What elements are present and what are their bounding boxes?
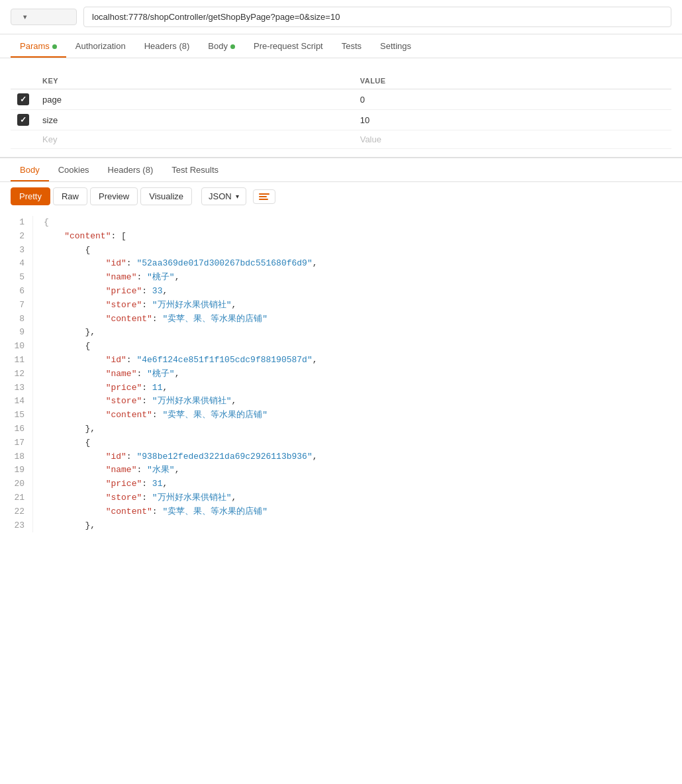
view-btn-raw[interactable]: Raw bbox=[53, 187, 87, 205]
line-number: 3 bbox=[8, 244, 24, 258]
json-plain: , bbox=[175, 272, 180, 282]
line-number: 6 bbox=[8, 285, 24, 299]
code-line: { bbox=[44, 244, 671, 258]
json-plain: : [ bbox=[111, 231, 126, 241]
code-line: "content": "卖苹、果、等水果的店铺" bbox=[44, 505, 671, 519]
line-number: 19 bbox=[8, 464, 24, 477]
json-string: "桃子" bbox=[147, 369, 175, 379]
code-line: "name": "水果", bbox=[44, 464, 671, 477]
json-key: "name" bbox=[106, 465, 137, 475]
tab-body[interactable]: Body bbox=[199, 34, 244, 58]
json-plain: : bbox=[142, 493, 152, 503]
col-header-value: VALUE bbox=[354, 73, 671, 89]
view-btn-preview[interactable]: Preview bbox=[90, 187, 138, 205]
code-content: { "content": [ { "id": "52aa369de017d300… bbox=[33, 216, 682, 532]
param-key-input-2[interactable] bbox=[42, 134, 347, 144]
json-number: 33 bbox=[152, 286, 163, 296]
param-key-input-1[interactable] bbox=[42, 115, 347, 125]
json-number: 31 bbox=[152, 479, 163, 489]
json-key: "store" bbox=[106, 493, 142, 503]
code-line: }, bbox=[44, 326, 671, 340]
body-dot-icon bbox=[230, 44, 235, 49]
json-plain bbox=[44, 286, 106, 296]
tab-params[interactable]: Params bbox=[11, 34, 66, 58]
view-btn-pretty[interactable]: Pretty bbox=[11, 187, 50, 205]
tab-prerequest[interactable]: Pre-request Script bbox=[244, 34, 332, 58]
code-line: "content": [ bbox=[44, 230, 671, 244]
code-line: "id": "938be12feded3221da69c2926113b936"… bbox=[44, 450, 671, 464]
format-selector[interactable]: JSON▾ bbox=[201, 187, 246, 205]
json-plain: , bbox=[313, 452, 318, 462]
code-line: "name": "桃子", bbox=[44, 368, 671, 381]
line-numbers: 1234567891011121314151617181920212223 bbox=[0, 216, 33, 532]
view-btn-visualize[interactable]: Visualize bbox=[140, 187, 192, 205]
response-tab-cookies[interactable]: Cookies bbox=[49, 158, 99, 181]
json-string: "938be12feded3221da69c2926113b936" bbox=[136, 452, 312, 462]
response-toolbar: PrettyRawPreviewVisualizeJSON▾ bbox=[0, 182, 682, 211]
json-plain: : bbox=[126, 258, 137, 268]
json-plain: , bbox=[231, 300, 236, 310]
json-plain bbox=[44, 410, 106, 420]
json-plain: : bbox=[126, 355, 137, 365]
table-row bbox=[11, 130, 671, 149]
json-key: "content" bbox=[106, 314, 152, 324]
json-plain: , bbox=[313, 355, 318, 365]
param-checkbox-1[interactable] bbox=[17, 114, 29, 126]
line-number: 21 bbox=[8, 491, 24, 505]
col-header-key: KEY bbox=[36, 73, 354, 89]
response-tab-testresults[interactable]: Test Results bbox=[162, 158, 228, 181]
wrap-icon bbox=[259, 193, 269, 200]
response-tab-body[interactable]: Body bbox=[11, 158, 49, 181]
json-string: "4e6f124ce851f1f105cdc9f88190587d" bbox=[136, 355, 312, 365]
json-plain bbox=[44, 369, 106, 379]
json-plain bbox=[44, 272, 106, 282]
json-string: "桃子" bbox=[147, 272, 175, 282]
json-plain: , bbox=[231, 493, 236, 503]
json-key: "content" bbox=[64, 231, 111, 241]
param-checkbox-0[interactable] bbox=[17, 93, 29, 105]
json-plain bbox=[44, 383, 106, 393]
json-key: "store" bbox=[106, 300, 142, 310]
code-line: { bbox=[44, 216, 671, 230]
param-value-input-0[interactable] bbox=[360, 95, 665, 105]
line-number: 15 bbox=[8, 409, 24, 422]
tab-authorization[interactable]: Authorization bbox=[66, 34, 135, 58]
json-string: "水果" bbox=[147, 465, 175, 475]
request-bar: ▾ bbox=[0, 0, 682, 34]
json-number: 11 bbox=[152, 383, 163, 393]
json-plain: : bbox=[152, 507, 163, 516]
json-key: "store" bbox=[106, 396, 142, 406]
table-row bbox=[11, 110, 671, 130]
json-plain: : bbox=[152, 410, 163, 420]
param-value-input-2[interactable] bbox=[360, 134, 665, 144]
param-key-input-0[interactable] bbox=[42, 95, 347, 105]
line-number: 17 bbox=[8, 436, 24, 450]
json-plain: : bbox=[142, 396, 152, 406]
json-string: "52aa369de017d300267bdc551680f6d9" bbox=[136, 258, 312, 268]
tab-settings[interactable]: Settings bbox=[371, 34, 420, 58]
params-dot-icon bbox=[52, 44, 57, 49]
json-key: "price" bbox=[106, 383, 142, 393]
collapse-icon[interactable]: { bbox=[44, 217, 49, 227]
tab-headers[interactable]: Headers (8) bbox=[135, 34, 199, 58]
code-line: "store": "万州好水果供销社", bbox=[44, 299, 671, 313]
code-line: "name": "桃子", bbox=[44, 271, 671, 285]
json-string: "万州好水果供销社" bbox=[152, 396, 232, 406]
method-selector[interactable]: ▾ bbox=[11, 9, 77, 25]
json-plain: : bbox=[142, 479, 152, 489]
wrap-button[interactable] bbox=[253, 189, 275, 204]
code-line: "price": 31, bbox=[44, 477, 671, 491]
url-input[interactable] bbox=[83, 7, 671, 27]
tab-tests[interactable]: Tests bbox=[332, 34, 371, 58]
json-plain: : bbox=[126, 452, 137, 462]
json-key: "id" bbox=[106, 258, 126, 268]
json-string: "卖苹、果、等水果的店铺" bbox=[162, 410, 268, 420]
json-key: "content" bbox=[106, 410, 152, 420]
json-key: "content" bbox=[106, 507, 152, 516]
json-string: "万州好水果供销社" bbox=[152, 493, 232, 503]
params-table: KEY VALUE bbox=[11, 73, 671, 149]
json-plain bbox=[44, 507, 106, 516]
json-key: "name" bbox=[106, 272, 137, 282]
response-tab-headers[interactable]: Headers (8) bbox=[99, 158, 163, 181]
param-value-input-1[interactable] bbox=[360, 115, 665, 125]
